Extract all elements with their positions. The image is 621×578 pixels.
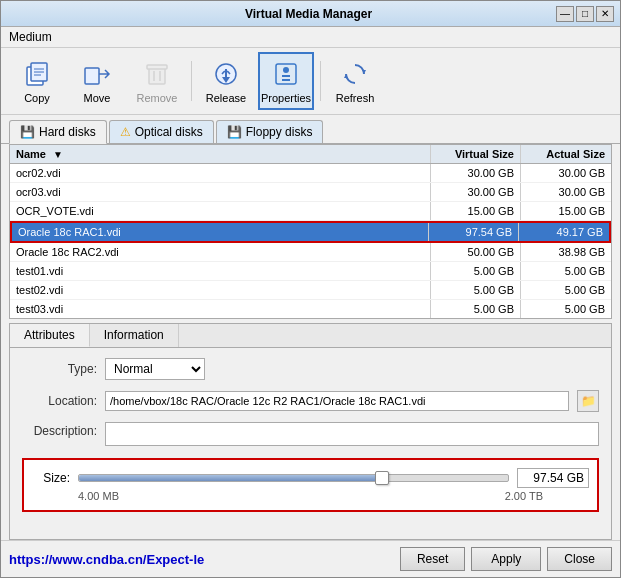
release-label: Release <box>206 92 246 104</box>
maximize-button[interactable]: □ <box>576 6 594 22</box>
type-select[interactable]: Normal Immutable Writethrough Shareable <box>105 358 205 380</box>
size-label: Size: <box>32 471 70 485</box>
close-button[interactable]: ✕ <box>596 6 614 22</box>
remove-button[interactable]: Remove <box>129 53 185 109</box>
file-table: Name ▼ Virtual Size Actual Size ocr02.vd… <box>9 144 612 319</box>
col-header-asize: Actual Size <box>521 145 611 163</box>
move-label: Move <box>84 92 111 104</box>
slider-thumb[interactable] <box>375 471 389 485</box>
apply-button[interactable]: Apply <box>471 547 541 571</box>
refresh-icon <box>339 58 371 90</box>
refresh-button[interactable]: Refresh <box>327 53 383 109</box>
properties-icon <box>270 58 302 90</box>
table-row[interactable]: ocr02.vdi 30.00 GB 30.00 GB <box>10 164 611 183</box>
location-label: Location: <box>22 394 97 408</box>
move-icon <box>81 58 113 90</box>
move-button[interactable]: Move <box>69 53 125 109</box>
main-window: Virtual Media Manager — □ ✕ Medium Copy <box>0 0 621 578</box>
toolbar-separator-1 <box>191 61 192 101</box>
size-section: Size: 4.00 MB 2.00 TB <box>22 458 599 512</box>
type-label: Type: <box>22 362 97 376</box>
table-row[interactable]: test02.vdi 5.00 GB 5.00 GB <box>10 281 611 300</box>
description-label: Description: <box>22 424 97 438</box>
size-slider-track[interactable] <box>78 474 509 482</box>
location-browse-button[interactable]: 📁 <box>577 390 599 412</box>
size-max: 2.00 TB <box>505 490 543 502</box>
toolbar-separator-2 <box>320 61 321 101</box>
table-row[interactable]: Oracle 18c RAC2.vdi 50.00 GB 38.98 GB <box>10 243 611 262</box>
description-row: Description: <box>22 422 599 446</box>
table-body[interactable]: ocr02.vdi 30.00 GB 30.00 GB ocr03.vdi 30… <box>10 164 611 318</box>
size-input[interactable] <box>517 468 589 488</box>
tab-information[interactable]: Information <box>90 324 179 347</box>
tab-hard-disks[interactable]: 💾 Hard disks <box>9 120 107 144</box>
reset-button[interactable]: Reset <box>400 547 465 571</box>
copy-label: Copy <box>24 92 50 104</box>
table-row[interactable]: ocr03.vdi 30.00 GB 30.00 GB <box>10 183 611 202</box>
window-title: Virtual Media Manager <box>61 7 556 21</box>
col-header-name: Name ▼ <box>10 145 431 163</box>
menu-bar: Medium <box>1 27 620 48</box>
tab-floppy-disks[interactable]: 💾 Floppy disks <box>216 120 324 143</box>
type-row: Type: Normal Immutable Writethrough Shar… <box>22 358 599 380</box>
svg-marker-17 <box>362 70 366 74</box>
location-row: Location: 📁 <box>22 390 599 412</box>
slider-fill <box>79 475 379 481</box>
svg-rect-15 <box>282 75 290 77</box>
attributes-panel: Type: Normal Immutable Writethrough Shar… <box>10 348 611 524</box>
tab-attributes[interactable]: Attributes <box>10 324 90 347</box>
floppy-disks-label: Floppy disks <box>246 125 313 139</box>
properties-label: Properties <box>261 92 311 104</box>
release-button[interactable]: Release <box>198 53 254 109</box>
bottom-section: Attributes Information Type: Normal Immu… <box>9 323 612 540</box>
size-row: Size: <box>32 468 589 488</box>
title-controls: — □ ✕ <box>556 6 614 22</box>
size-min: 4.00 MB <box>78 490 119 502</box>
folder-icon: 📁 <box>581 394 596 408</box>
size-range: 4.00 MB 2.00 TB <box>32 488 589 502</box>
refresh-label: Refresh <box>336 92 375 104</box>
copy-button[interactable]: Copy <box>9 53 65 109</box>
description-input[interactable] <box>105 422 599 446</box>
menu-medium[interactable]: Medium <box>9 30 52 44</box>
table-header: Name ▼ Virtual Size Actual Size <box>10 145 611 164</box>
svg-rect-7 <box>147 65 167 69</box>
remove-label: Remove <box>137 92 178 104</box>
optical-disks-icon: ⚠ <box>120 125 131 139</box>
remove-icon <box>141 58 173 90</box>
minimize-button[interactable]: — <box>556 6 574 22</box>
close-button-footer[interactable]: Close <box>547 547 612 571</box>
svg-marker-18 <box>344 74 348 78</box>
main-tabs: 💾 Hard disks ⚠ Optical disks 💾 Floppy di… <box>1 115 620 144</box>
table-row[interactable]: test01.vdi 5.00 GB 5.00 GB <box>10 262 611 281</box>
col-header-vsize: Virtual Size <box>431 145 521 163</box>
title-bar: Virtual Media Manager — □ ✕ <box>1 1 620 27</box>
svg-rect-16 <box>282 79 290 81</box>
svg-rect-5 <box>85 68 99 84</box>
svg-rect-6 <box>149 68 165 84</box>
hard-disks-label: Hard disks <box>39 125 96 139</box>
toolbar: Copy Move Remove <box>1 48 620 115</box>
table-row[interactable]: test03.vdi 5.00 GB 5.00 GB <box>10 300 611 318</box>
tab-optical-disks[interactable]: ⚠ Optical disks <box>109 120 214 143</box>
footer: https://www.cndba.cn/Expect-le Reset App… <box>1 540 620 577</box>
footer-link[interactable]: https://www.cndba.cn/Expect-le <box>9 552 394 567</box>
floppy-disks-icon: 💾 <box>227 125 242 139</box>
release-icon <box>210 58 242 90</box>
optical-disks-label: Optical disks <box>135 125 203 139</box>
hard-disks-icon: 💾 <box>20 125 35 139</box>
location-input[interactable] <box>105 391 569 411</box>
bottom-tabs: Attributes Information <box>10 324 611 348</box>
svg-point-14 <box>283 67 289 73</box>
slider-container <box>78 474 509 482</box>
properties-button[interactable]: Properties <box>258 52 314 110</box>
table-row[interactable]: OCR_VOTE.vdi 15.00 GB 15.00 GB <box>10 202 611 221</box>
copy-icon <box>21 58 53 90</box>
table-row-selected[interactable]: Oracle 18c RAC1.vdi 97.54 GB 49.17 GB <box>10 221 611 243</box>
